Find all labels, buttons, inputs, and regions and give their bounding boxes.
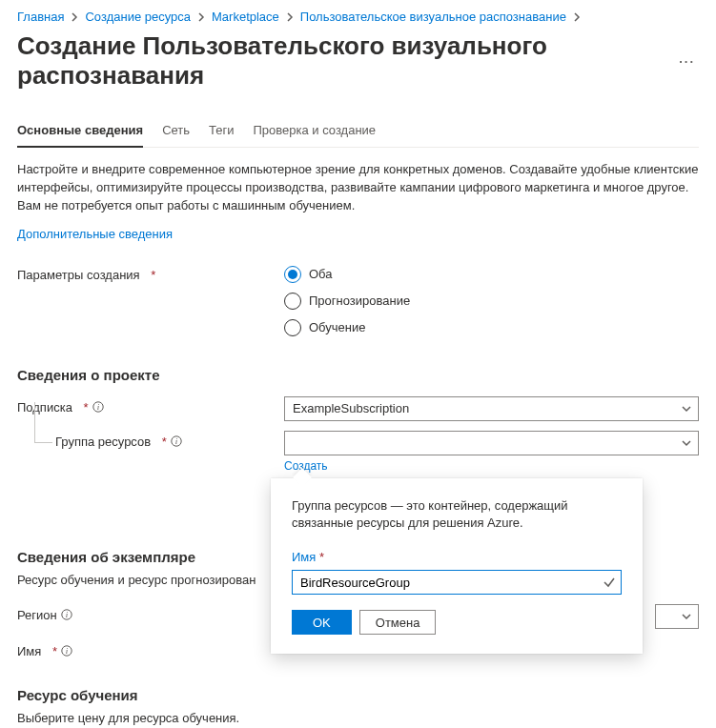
svg-text:i: i xyxy=(65,610,68,619)
svg-text:i: i xyxy=(66,646,69,656)
create-resource-group-callout: Группа ресурсов — это контейнер, содержа… xyxy=(271,478,643,655)
chevron-down-icon xyxy=(681,403,692,415)
radio-training[interactable]: Обучение xyxy=(284,317,699,338)
radio-label: Оба xyxy=(309,267,333,281)
creation-params-radio-group: Оба Прогнозирование Обучение xyxy=(284,264,699,338)
tab-tags[interactable]: Теги xyxy=(209,123,234,147)
info-icon[interactable]: i xyxy=(92,401,104,413)
check-icon xyxy=(603,576,616,589)
breadcrumb-item[interactable]: Marketplace xyxy=(212,10,279,24)
callout-name-label: Имя * xyxy=(292,550,622,564)
chevron-down-icon xyxy=(681,611,692,622)
breadcrumb: Главная Создание ресурса Marketplace Пол… xyxy=(17,10,699,24)
info-icon[interactable]: i xyxy=(61,609,72,620)
tabs: Основные сведения Сеть Теги Проверка и с… xyxy=(17,123,699,148)
tab-network[interactable]: Сеть xyxy=(162,123,190,147)
radio-label: Прогнозирование xyxy=(309,293,410,308)
breadcrumb-item[interactable]: Главная xyxy=(17,10,64,24)
ok-button[interactable]: OK xyxy=(292,610,352,635)
name-label: Имя * i xyxy=(17,640,284,658)
subscription-value: ExampleSubscription xyxy=(293,401,409,415)
tab-review[interactable]: Проверка и создание xyxy=(254,123,377,147)
more-info-link[interactable]: Дополнительные сведения xyxy=(17,227,173,241)
page-title: Создание Пользовательского визуального р… xyxy=(17,31,675,91)
region-label: Регион i xyxy=(17,604,284,622)
chevron-right-icon xyxy=(572,12,582,22)
radio-indicator-icon xyxy=(284,266,301,283)
resource-group-select[interactable] xyxy=(284,431,699,455)
radio-prediction[interactable]: Прогнозирование xyxy=(284,291,699,312)
intro-text: Настройте и внедрите современное компьют… xyxy=(17,161,699,215)
radio-both[interactable]: Оба xyxy=(284,264,699,285)
training-desc: Выберите цену для ресурса обучения. xyxy=(17,711,699,725)
info-icon[interactable]: i xyxy=(171,435,182,447)
training-heading: Ресурс обучения xyxy=(17,687,699,703)
subscription-select[interactable]: ExampleSubscription xyxy=(284,396,699,421)
radio-label: Обучение xyxy=(309,320,365,334)
info-icon[interactable]: i xyxy=(61,645,72,657)
chevron-right-icon xyxy=(285,12,295,22)
region-select[interactable] xyxy=(655,604,699,629)
chevron-right-icon xyxy=(70,12,79,22)
tab-basic[interactable]: Основные сведения xyxy=(17,123,143,147)
svg-text:i: i xyxy=(175,436,178,446)
more-icon[interactable]: ··· xyxy=(675,54,699,69)
creation-params-label: Параметры создания * xyxy=(17,264,284,282)
chevron-right-icon xyxy=(196,12,206,22)
radio-indicator-icon xyxy=(284,293,301,310)
radio-indicator-icon xyxy=(284,319,301,336)
resource-group-name-input[interactable] xyxy=(292,570,622,595)
breadcrumb-item[interactable]: Создание ресурса xyxy=(85,10,191,24)
chevron-down-icon xyxy=(681,437,692,449)
project-heading: Сведения о проекте xyxy=(17,367,699,383)
cancel-button[interactable]: Отмена xyxy=(359,610,437,635)
resource-group-label: Группа ресурсов * i xyxy=(17,431,284,449)
subscription-label: Подписка * i xyxy=(17,396,284,415)
breadcrumb-item[interactable]: Пользовательское визуальное распознавани… xyxy=(300,10,566,24)
create-resource-group-link[interactable]: Создать Группа ресурсов — это контейнер,… xyxy=(284,459,328,473)
callout-description: Группа ресурсов — это контейнер, содержа… xyxy=(292,497,622,534)
svg-text:i: i xyxy=(96,402,99,412)
